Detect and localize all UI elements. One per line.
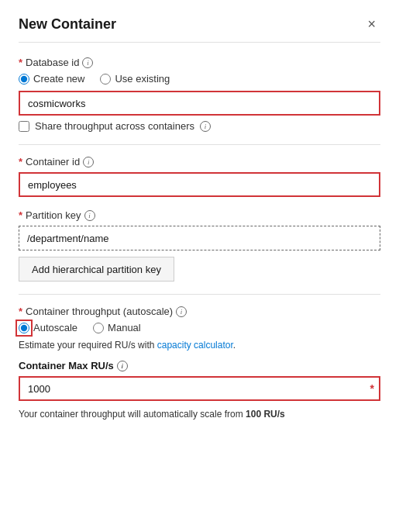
use-existing-radio[interactable]	[100, 74, 111, 85]
max-ru-info-icon[interactable]: i	[117, 361, 128, 371]
close-button[interactable]: ×	[363, 16, 380, 33]
partition-key-section: * Partition key i Add hierarchical parti…	[19, 209, 380, 282]
max-ru-section: Container Max RU/s i * Your container th…	[19, 360, 380, 421]
estimate-text: Estimate your required RU/s with capacit…	[19, 340, 380, 351]
partition-key-info-icon[interactable]: i	[84, 210, 95, 221]
divider-2	[19, 294, 380, 295]
share-throughput-info-icon[interactable]: i	[200, 121, 211, 132]
container-id-section: * Container id i	[19, 156, 380, 197]
database-id-input[interactable]	[19, 91, 380, 116]
required-star-2: *	[19, 156, 22, 168]
container-id-info-icon[interactable]: i	[83, 157, 94, 168]
database-id-section: * Database id i Create new Use existing …	[19, 57, 380, 132]
create-new-radio-label[interactable]: Create new	[19, 73, 84, 85]
throughput-radio-group: Autoscale Manual	[19, 322, 380, 333]
database-radio-group: Create new Use existing	[19, 73, 380, 85]
capacity-calculator-link[interactable]: capacity calculator	[157, 340, 233, 351]
container-id-input[interactable]	[19, 172, 380, 197]
autoscale-radio[interactable]	[19, 323, 29, 333]
throughput-label: * Container throughput (autoscale) i	[19, 306, 380, 317]
dialog-header: New Container ×	[19, 16, 380, 43]
add-hierarchical-partition-btn[interactable]: Add hierarchical partition key	[19, 257, 174, 282]
partition-key-label: * Partition key i	[19, 209, 380, 221]
share-throughput-row: Share throughput across containers i	[19, 120, 380, 132]
container-throughput-section: * Container throughput (autoscale) i Aut…	[19, 306, 380, 351]
max-ru-input[interactable]	[19, 376, 380, 401]
share-throughput-checkbox[interactable]	[19, 121, 29, 132]
throughput-info-icon[interactable]: i	[176, 306, 187, 317]
new-container-dialog: New Container × * Database id i Create n…	[0, 0, 399, 532]
dialog-title: New Container	[19, 16, 116, 33]
create-new-radio[interactable]	[19, 74, 29, 85]
autoscale-radio-label[interactable]: Autoscale	[19, 322, 77, 333]
max-ru-input-wrapper: *	[19, 376, 380, 401]
manual-radio[interactable]	[93, 323, 104, 333]
required-star-3: *	[19, 209, 22, 221]
container-id-label: * Container id i	[19, 156, 380, 168]
max-ru-required-indicator: *	[370, 382, 374, 395]
divider-1	[19, 144, 380, 145]
autoscale-note: Your container throughput will automatic…	[19, 407, 380, 421]
use-existing-radio-label[interactable]: Use existing	[100, 73, 170, 85]
manual-radio-label[interactable]: Manual	[93, 322, 141, 333]
database-id-info-icon[interactable]: i	[82, 57, 93, 68]
max-ru-label: Container Max RU/s i	[19, 360, 380, 371]
required-star-4: *	[19, 306, 22, 317]
required-star: *	[19, 57, 22, 68]
database-id-label: * Database id i	[19, 57, 380, 68]
partition-key-input[interactable]	[19, 226, 380, 250]
